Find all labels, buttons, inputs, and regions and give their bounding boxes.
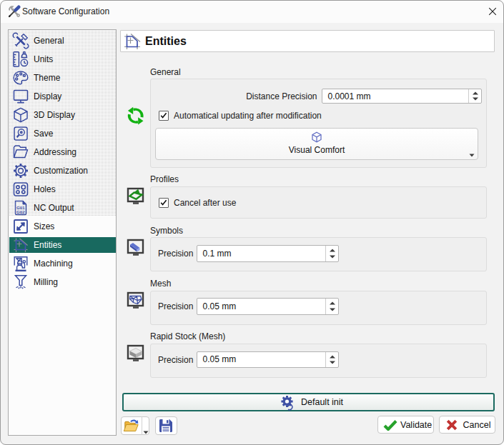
svg-text:G02: G02 <box>16 209 25 214</box>
